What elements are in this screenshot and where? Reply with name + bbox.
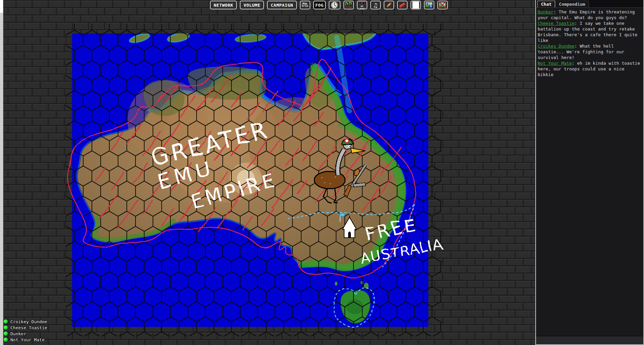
player-status-icon [3,325,8,330]
window-edge-strip [0,0,3,345]
gm-layer-icon: GM Layer [358,1,366,9]
volume-button[interactable]: VOLUME [240,1,264,9]
map-canvas[interactable]: GREATER EMU EMPIRE FREE AUSTRALIA [65,23,448,338]
tab-chat[interactable]: Chat [537,1,555,7]
player-list-item: Croikey Dundee [3,319,47,325]
player-name: Croikey Dundee [10,319,47,324]
chat-message: Dunker: The Emu Empire is threatening yo… [538,9,642,20]
top-toolbar: NETWORK VOLUME CAMPAIGN MapGrid FOG FLWR [210,1,448,10]
chat-tab-bar: Chat Compendium [536,0,643,8]
music-button[interactable]: ♫ [370,1,381,9]
map-grid-button[interactable]: MapGrid [300,1,310,9]
player-status-icon [3,319,8,324]
tab-compendium[interactable]: Compendium [555,1,589,7]
chat-message-author: Cheese Toastie [538,21,575,26]
chat-panel: Chat Compendium Dunker: The Emu Empire i… [535,0,644,345]
plants-button[interactable]: FLWR [343,1,354,9]
player-name: Cheese Toastie [10,325,47,330]
player-list-item: Cheese Toastie [3,325,47,331]
chat-message: Not Your Mate: eh im kinda with toastie … [538,60,642,77]
music-note-icon: ♫ [374,2,377,9]
app-window: GREATER EMU EMPIRE FREE AUSTRALIA [0,0,644,345]
player-list: Croikey Dundee Cheese Toastie Dunker Not… [3,319,47,343]
image-remove-icon [438,1,446,9]
gm-layer-button[interactable]: GM Layer [357,1,367,9]
chat-input[interactable] [536,336,643,344]
color-swatch-button[interactable] [411,1,421,9]
player-list-item: Not Your Mate [3,337,47,343]
eraser-icon [398,1,406,9]
campaign-button[interactable]: CAMPAIGN [267,1,297,9]
player-status-icon [3,337,8,342]
player-list-item: Dunker [3,331,47,337]
set-map-image-button[interactable] [424,1,434,9]
player-status-icon [3,331,8,336]
draw-pencil-button[interactable] [384,1,394,9]
player-name: Dunker [10,331,26,336]
chat-message-author: Croikey Dundee [538,44,575,49]
eraser-button[interactable] [397,1,408,9]
svg-text:FLWR: FLWR [345,6,352,9]
network-button[interactable]: NETWORK [210,1,237,9]
image-save-icon [425,1,433,9]
clock-button[interactable] [329,1,340,9]
svg-text:Layer: Layer [359,7,366,9]
fog-button[interactable]: FOG [313,1,326,9]
clock-icon [330,1,338,9]
chat-message-list: Dunker: The Emu Empire is threatening yo… [536,8,643,336]
player-name: Not Your Mate [10,337,45,342]
white-swatch [412,1,419,9]
chat-message-author: Not Your Mate [538,61,572,66]
chat-message: Croikey Dundee: What the hell toastie...… [538,43,642,60]
chat-message: Cheese Toastie: I say we take one battal… [538,20,642,43]
chat-message-author: Dunker [538,9,553,14]
pencil-icon [385,1,393,9]
plants-icon: FLWR [344,1,353,9]
clear-map-image-button[interactable] [437,1,448,9]
